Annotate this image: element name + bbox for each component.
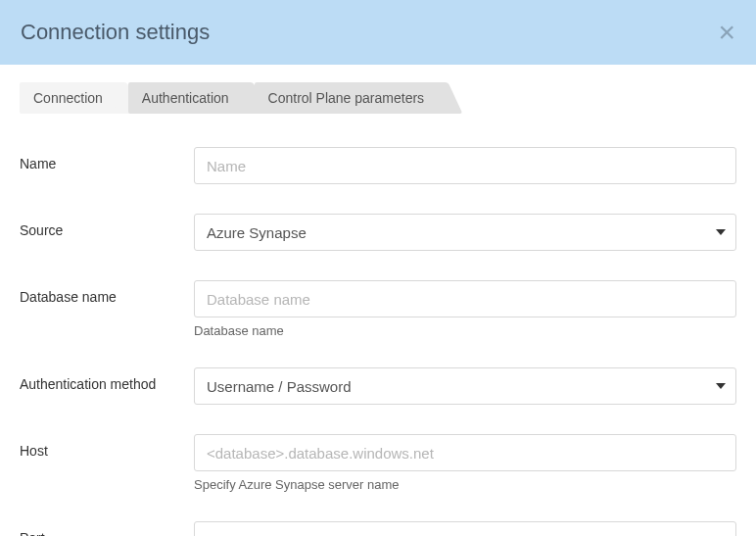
tab-control-plane[interactable]: Control Plane parameters xyxy=(255,82,445,114)
tab-connection[interactable]: Connection xyxy=(20,82,122,114)
label-port: Port xyxy=(20,521,194,536)
source-select[interactable]: Azure Synapse xyxy=(194,214,736,251)
tab-connection-label: Connection xyxy=(33,90,103,106)
tab-control-plane-label: Control Plane parameters xyxy=(268,90,425,106)
hint-database: Database name xyxy=(194,323,736,338)
row-port: Port Specify port number xyxy=(20,521,736,536)
row-source: Source Azure Synapse xyxy=(20,214,736,251)
label-auth-method: Authentication method xyxy=(20,367,194,392)
row-auth-method: Authentication method Username / Passwor… xyxy=(20,367,736,405)
tab-authentication[interactable]: Authentication xyxy=(128,82,249,114)
row-name: Name xyxy=(20,147,736,184)
hint-host: Specify Azure Synapse server name xyxy=(194,477,736,492)
auth-method-select[interactable]: Username / Password xyxy=(194,367,736,405)
label-database: Database name xyxy=(20,280,194,305)
close-icon[interactable]: × xyxy=(718,18,735,47)
label-name: Name xyxy=(20,147,194,171)
label-source: Source xyxy=(20,214,194,238)
row-database: Database name Database name xyxy=(20,280,736,338)
label-host: Host xyxy=(20,434,194,459)
row-host: Host Specify Azure Synapse server name xyxy=(20,434,736,492)
form-body: Name Source Azure Synapse Database name … xyxy=(0,114,756,536)
tab-authentication-label: Authentication xyxy=(142,90,229,106)
tab-bar: Connection Authentication Control Plane … xyxy=(20,82,736,114)
dialog-header: Connection settings × xyxy=(0,0,756,65)
name-input[interactable] xyxy=(194,147,736,184)
port-input[interactable] xyxy=(194,521,736,536)
database-input[interactable] xyxy=(194,280,736,317)
host-input[interactable] xyxy=(194,434,736,471)
dialog-title: Connection settings xyxy=(21,20,210,45)
